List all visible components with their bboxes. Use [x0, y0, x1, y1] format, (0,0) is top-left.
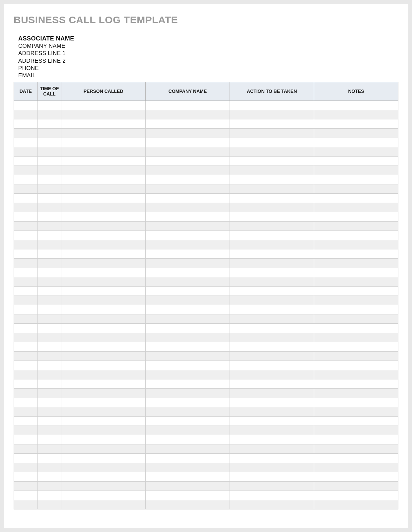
cell-date[interactable] [14, 203, 38, 212]
cell-time[interactable] [37, 156, 61, 166]
cell-time[interactable] [37, 416, 61, 426]
cell-action[interactable] [230, 453, 314, 463]
cell-date[interactable] [14, 370, 38, 379]
cell-company[interactable] [146, 379, 230, 388]
cell-time[interactable] [37, 184, 61, 193]
cell-date[interactable] [14, 166, 38, 175]
cell-notes[interactable] [314, 193, 398, 203]
cell-company[interactable] [146, 184, 230, 193]
cell-action[interactable] [230, 416, 314, 426]
cell-date[interactable] [14, 388, 38, 398]
cell-company[interactable] [146, 361, 230, 370]
cell-action[interactable] [230, 398, 314, 407]
cell-company[interactable] [146, 156, 230, 166]
cell-date[interactable] [14, 398, 38, 407]
cell-time[interactable] [37, 314, 61, 323]
cell-date[interactable] [14, 491, 38, 500]
cell-notes[interactable] [314, 249, 398, 258]
cell-person[interactable] [61, 296, 146, 305]
cell-action[interactable] [230, 231, 314, 240]
cell-person[interactable] [61, 472, 146, 481]
cell-notes[interactable] [314, 323, 398, 333]
cell-person[interactable] [61, 258, 146, 268]
cell-time[interactable] [37, 333, 61, 342]
cell-date[interactable] [14, 463, 38, 472]
cell-person[interactable] [61, 119, 146, 128]
cell-company[interactable] [146, 342, 230, 351]
cell-company[interactable] [146, 203, 230, 212]
cell-date[interactable] [14, 361, 38, 370]
cell-action[interactable] [230, 491, 314, 500]
cell-time[interactable] [37, 481, 61, 491]
cell-company[interactable] [146, 500, 230, 509]
cell-date[interactable] [14, 128, 38, 138]
cell-company[interactable] [146, 444, 230, 453]
cell-time[interactable] [37, 231, 61, 240]
cell-action[interactable] [230, 286, 314, 296]
cell-action[interactable] [230, 379, 314, 388]
cell-notes[interactable] [314, 268, 398, 277]
cell-date[interactable] [14, 193, 38, 203]
cell-company[interactable] [146, 296, 230, 305]
cell-person[interactable] [61, 342, 146, 351]
cell-notes[interactable] [314, 240, 398, 249]
cell-person[interactable] [61, 249, 146, 258]
cell-notes[interactable] [314, 463, 398, 472]
cell-action[interactable] [230, 138, 314, 147]
cell-company[interactable] [146, 472, 230, 481]
cell-notes[interactable] [314, 351, 398, 361]
cell-company[interactable] [146, 416, 230, 426]
cell-notes[interactable] [314, 305, 398, 314]
cell-time[interactable] [37, 444, 61, 453]
cell-person[interactable] [61, 305, 146, 314]
cell-action[interactable] [230, 435, 314, 444]
cell-time[interactable] [37, 166, 61, 175]
cell-notes[interactable] [314, 203, 398, 212]
cell-notes[interactable] [314, 156, 398, 166]
cell-person[interactable] [61, 268, 146, 277]
cell-person[interactable] [61, 500, 146, 509]
cell-date[interactable] [14, 156, 38, 166]
cell-person[interactable] [61, 240, 146, 249]
cell-time[interactable] [37, 212, 61, 221]
cell-company[interactable] [146, 286, 230, 296]
cell-time[interactable] [37, 398, 61, 407]
cell-company[interactable] [146, 351, 230, 361]
cell-action[interactable] [230, 100, 314, 110]
cell-notes[interactable] [314, 119, 398, 128]
cell-action[interactable] [230, 305, 314, 314]
cell-person[interactable] [61, 426, 146, 435]
cell-company[interactable] [146, 221, 230, 231]
cell-time[interactable] [37, 296, 61, 305]
cell-person[interactable] [61, 398, 146, 407]
cell-company[interactable] [146, 333, 230, 342]
cell-notes[interactable] [314, 175, 398, 184]
cell-company[interactable] [146, 249, 230, 258]
cell-date[interactable] [14, 351, 38, 361]
cell-notes[interactable] [314, 147, 398, 156]
cell-time[interactable] [37, 491, 61, 500]
cell-date[interactable] [14, 500, 38, 509]
cell-notes[interactable] [314, 296, 398, 305]
cell-time[interactable] [37, 240, 61, 249]
cell-company[interactable] [146, 268, 230, 277]
cell-date[interactable] [14, 110, 38, 119]
cell-action[interactable] [230, 426, 314, 435]
cell-notes[interactable] [314, 231, 398, 240]
cell-date[interactable] [14, 481, 38, 491]
cell-date[interactable] [14, 323, 38, 333]
cell-notes[interactable] [314, 314, 398, 323]
cell-action[interactable] [230, 333, 314, 342]
cell-time[interactable] [37, 472, 61, 481]
cell-person[interactable] [61, 463, 146, 472]
cell-time[interactable] [37, 286, 61, 296]
cell-company[interactable] [146, 323, 230, 333]
cell-person[interactable] [61, 203, 146, 212]
cell-time[interactable] [37, 175, 61, 184]
cell-time[interactable] [37, 426, 61, 435]
cell-date[interactable] [14, 231, 38, 240]
cell-time[interactable] [37, 305, 61, 314]
cell-notes[interactable] [314, 472, 398, 481]
cell-person[interactable] [61, 379, 146, 388]
cell-action[interactable] [230, 203, 314, 212]
